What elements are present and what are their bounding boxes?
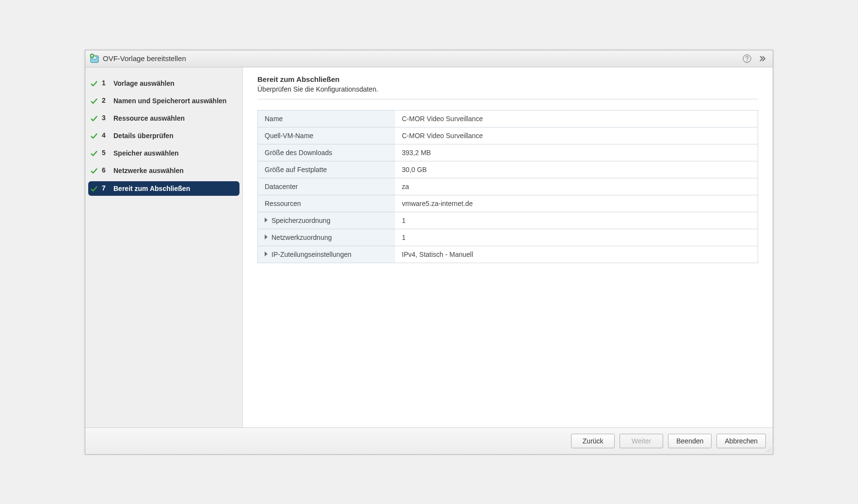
resize-grip-icon[interactable] bbox=[765, 446, 772, 453]
wizard-step-label: Speicher auswählen bbox=[113, 149, 179, 158]
finish-button[interactable]: Beenden bbox=[668, 434, 712, 448]
summary-key: Netzwerkzuordnung bbox=[258, 229, 396, 246]
wizard-main-panel: Bereit zum Abschließen Überprüfen Sie di… bbox=[243, 67, 773, 427]
wizard-step-number: 1 bbox=[102, 79, 110, 87]
wizard-step-label: Namen und Speicherort auswählen bbox=[113, 96, 226, 105]
pin-icon[interactable] bbox=[756, 53, 769, 64]
summary-key-text: IP-Zuteilungseinstellungen bbox=[271, 251, 351, 258]
wizard-step-number: 7 bbox=[102, 184, 110, 192]
wizard-step-label: Details überprüfen bbox=[113, 131, 174, 140]
summary-table: NameC-MOR Video SurveillanceQuell-VM-Nam… bbox=[257, 110, 758, 263]
wizard-step-number: 3 bbox=[102, 114, 110, 122]
summary-value: 30,0 GB bbox=[395, 161, 758, 178]
expand-triangle-icon[interactable] bbox=[265, 252, 268, 256]
wizard-steps-sidebar: 1Vorlage auswählen2Namen und Speicherort… bbox=[85, 67, 243, 427]
wizard-step-3[interactable]: 3Ressource auswählen bbox=[88, 111, 239, 126]
wizard-step-1[interactable]: 1Vorlage auswählen bbox=[88, 76, 239, 91]
wizard-step-label: Bereit zum Abschließen bbox=[113, 184, 190, 193]
page-heading: Bereit zum Abschließen bbox=[257, 75, 758, 83]
check-icon bbox=[90, 97, 98, 105]
dialog-footer: Zurück Weiter Beenden Abbrechen bbox=[85, 427, 773, 454]
summary-key: Speicherzuordnung bbox=[258, 212, 396, 229]
wizard-step-label: Vorlage auswählen bbox=[113, 79, 175, 88]
summary-key: Name bbox=[258, 110, 396, 127]
svg-point-9 bbox=[768, 451, 769, 452]
svg-point-6 bbox=[770, 449, 771, 450]
divider bbox=[257, 99, 758, 99]
summary-value: vmware5.za-internet.de bbox=[395, 195, 758, 212]
svg-point-8 bbox=[770, 451, 771, 452]
svg-point-4 bbox=[747, 60, 747, 61]
expand-triangle-icon[interactable] bbox=[265, 218, 268, 222]
summary-row: Größe des Downloads393,2 MB bbox=[258, 144, 758, 161]
titlebar: OVF-Vorlage bereitstellen bbox=[85, 50, 773, 67]
check-icon bbox=[90, 132, 98, 140]
wizard-step-2[interactable]: 2Namen und Speicherort auswählen bbox=[88, 94, 239, 108]
summary-row: Größe auf Festplatte30,0 GB bbox=[258, 161, 758, 178]
wizard-step-number: 5 bbox=[102, 149, 110, 157]
wizard-step-label: Ressource auswählen bbox=[113, 114, 185, 123]
deploy-ovf-icon bbox=[89, 53, 100, 64]
wizard-step-number: 2 bbox=[102, 96, 110, 104]
dialog-body: 1Vorlage auswählen2Namen und Speicherort… bbox=[85, 67, 773, 427]
check-icon bbox=[90, 115, 98, 123]
summary-key-text: Quell-VM-Name bbox=[265, 132, 313, 140]
back-button[interactable]: Zurück bbox=[571, 434, 615, 448]
check-icon bbox=[90, 185, 98, 193]
summary-key: IP-Zuteilungseinstellungen bbox=[258, 246, 396, 263]
check-icon bbox=[90, 167, 98, 175]
expand-triangle-icon[interactable] bbox=[265, 235, 268, 239]
summary-value: za bbox=[395, 178, 758, 195]
svg-point-5 bbox=[770, 447, 771, 448]
summary-key-text: Größe des Downloads bbox=[265, 149, 332, 157]
summary-row[interactable]: Netzwerkzuordnung1 bbox=[258, 229, 758, 246]
summary-key: Datacenter bbox=[258, 178, 396, 195]
wizard-step-5[interactable]: 5Speicher auswählen bbox=[88, 146, 239, 160]
summary-value: 1 bbox=[395, 212, 758, 229]
summary-row[interactable]: Speicherzuordnung1 bbox=[258, 212, 758, 229]
summary-value: 1 bbox=[395, 229, 758, 246]
wizard-step-4[interactable]: 4Details überprüfen bbox=[88, 128, 239, 143]
summary-key: Ressourcen bbox=[258, 195, 396, 212]
deploy-ovf-dialog: OVF-Vorlage bereitstellen 1Vorlage auswä… bbox=[85, 50, 773, 455]
wizard-step-7[interactable]: 7Bereit zum Abschließen bbox=[88, 181, 239, 196]
cancel-button[interactable]: Abbrechen bbox=[716, 434, 766, 448]
check-icon bbox=[90, 150, 98, 158]
summary-key-text: Name bbox=[265, 115, 283, 123]
svg-point-10 bbox=[766, 451, 767, 452]
summary-key-text: Ressourcen bbox=[265, 200, 301, 207]
dialog-title: OVF-Vorlage bereitstellen bbox=[103, 54, 186, 63]
check-icon bbox=[90, 80, 98, 88]
summary-value: 393,2 MB bbox=[395, 144, 758, 161]
svg-point-7 bbox=[768, 449, 769, 450]
wizard-step-number: 6 bbox=[102, 166, 110, 174]
summary-key-text: Größe auf Festplatte bbox=[265, 166, 327, 173]
summary-value: IPv4, Statisch - Manuell bbox=[395, 246, 758, 263]
summary-key-text: Speicherzuordnung bbox=[271, 217, 330, 224]
summary-row: Ressourcenvmware5.za-internet.de bbox=[258, 195, 758, 212]
wizard-step-6[interactable]: 6Netzwerke auswählen bbox=[88, 163, 239, 178]
summary-row: Quell-VM-NameC-MOR Video Surveillance bbox=[258, 127, 758, 144]
wizard-step-label: Netzwerke auswählen bbox=[113, 166, 184, 175]
page-subheading: Überprüfen Sie die Konfigurationsdaten. bbox=[257, 85, 758, 93]
next-button[interactable]: Weiter bbox=[620, 434, 663, 448]
summary-key: Quell-VM-Name bbox=[258, 127, 396, 144]
wizard-step-number: 4 bbox=[102, 131, 110, 139]
summary-row: NameC-MOR Video Surveillance bbox=[258, 110, 758, 127]
summary-key: Größe des Downloads bbox=[258, 144, 396, 161]
summary-key: Größe auf Festplatte bbox=[258, 161, 396, 178]
summary-row[interactable]: IP-ZuteilungseinstellungenIPv4, Statisch… bbox=[258, 246, 758, 263]
help-icon[interactable] bbox=[741, 53, 753, 64]
summary-value: C-MOR Video Surveillance bbox=[395, 110, 758, 127]
summary-key-text: Netzwerkzuordnung bbox=[271, 234, 332, 241]
summary-row: Datacenterza bbox=[258, 178, 758, 195]
summary-value: C-MOR Video Surveillance bbox=[395, 127, 758, 144]
summary-key-text: Datacenter bbox=[265, 183, 298, 190]
